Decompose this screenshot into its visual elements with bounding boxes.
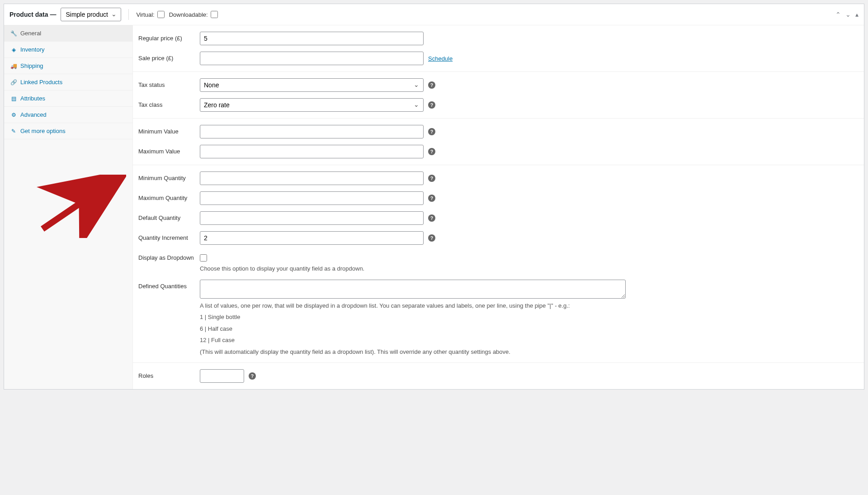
sidebar-item-label: Attributes xyxy=(20,95,45,102)
sidebar-item-label: Get more options xyxy=(20,128,66,134)
defined-qty-ex-1: 1 | Single bottle xyxy=(200,313,626,322)
truck-icon: 🚚 xyxy=(10,63,17,69)
content-area: Regular price (£) Sale price (£) Schedul… xyxy=(133,25,864,389)
min-value-label: Minimum Value xyxy=(138,125,200,135)
sidebar: 🔧 General ◈ Inventory 🚚 Shipping 🔗 Linke… xyxy=(4,25,133,389)
defined-qty-ex-3: 12 | Full case xyxy=(200,336,626,345)
roles-input[interactable] xyxy=(200,369,244,383)
help-icon[interactable]: ? xyxy=(428,234,435,242)
default-qty-input[interactable] xyxy=(200,211,424,225)
defined-qty-desc-1: A list of values, one per row, that will… xyxy=(200,301,626,310)
display-dropdown-desc: Choose this option to display your quant… xyxy=(200,264,364,273)
sale-price-label: Sale price (£) xyxy=(138,52,200,62)
defined-qty-ex-2: 6 | Half case xyxy=(200,324,626,333)
value-section: Minimum Value ? Maximum Value ? xyxy=(133,119,864,165)
downloadable-checkbox[interactable] xyxy=(211,11,218,18)
virtual-checkbox[interactable] xyxy=(157,11,165,18)
display-dropdown-checkbox[interactable] xyxy=(200,254,207,262)
sidebar-item-shipping[interactable]: 🚚 Shipping xyxy=(4,58,132,74)
roles-label: Roles xyxy=(138,369,200,379)
gear-icon: ⚙ xyxy=(10,112,17,118)
sidebar-item-label: Shipping xyxy=(20,62,43,69)
max-qty-label: Maximum Quantity xyxy=(138,191,200,201)
sale-price-input[interactable] xyxy=(200,52,424,65)
svg-line-0 xyxy=(42,183,110,229)
divider xyxy=(128,9,129,20)
default-qty-label: Default Quantity xyxy=(138,211,200,221)
quantity-section: Minimum Quantity ? Maximum Quantity ? De… xyxy=(133,165,864,363)
sidebar-item-advanced[interactable]: ⚙ Advanced xyxy=(4,107,132,123)
sidebar-item-label: Advanced xyxy=(20,111,47,118)
defined-qty-label: Defined Quantities xyxy=(138,280,200,290)
downloadable-label: Downloadable: xyxy=(169,11,208,18)
downloadable-checkbox-group[interactable]: Downloadable: xyxy=(169,11,218,18)
tax-class-label: Tax class xyxy=(138,98,200,108)
min-qty-label: Minimum Quantity xyxy=(138,171,200,181)
sidebar-item-attributes[interactable]: ▤ Attributes xyxy=(4,90,132,107)
arrow-annotation-icon xyxy=(36,175,126,238)
panel-header-actions: ⌃ ⌄ ▴ xyxy=(835,11,859,18)
chevron-up-icon[interactable]: ⌃ xyxy=(835,11,841,18)
min-value-input[interactable] xyxy=(200,125,424,138)
sidebar-item-inventory[interactable]: ◈ Inventory xyxy=(4,42,132,58)
triangle-up-icon[interactable]: ▴ xyxy=(855,11,859,18)
sidebar-item-linked-products[interactable]: 🔗 Linked Products xyxy=(4,74,132,90)
help-icon[interactable]: ? xyxy=(428,101,435,109)
max-value-label: Maximum Value xyxy=(138,145,200,155)
schedule-link[interactable]: Schedule xyxy=(428,55,453,62)
regular-price-label: Regular price (£) xyxy=(138,32,200,42)
product-type-select[interactable]: Simple product xyxy=(61,8,121,21)
qty-increment-input[interactable] xyxy=(200,231,424,245)
panel-body: 🔧 General ◈ Inventory 🚚 Shipping 🔗 Linke… xyxy=(4,25,864,389)
tax-class-select[interactable]: Zero rate xyxy=(200,98,424,112)
sidebar-item-label: General xyxy=(20,30,41,37)
sidebar-item-label: Linked Products xyxy=(20,79,62,86)
virtual-checkbox-group[interactable]: Virtual: xyxy=(136,11,164,18)
help-icon[interactable]: ? xyxy=(428,128,435,135)
max-qty-input[interactable] xyxy=(200,191,424,205)
wrench-icon: 🔧 xyxy=(10,30,17,37)
sidebar-item-general[interactable]: 🔧 General xyxy=(4,25,132,42)
sidebar-item-get-more[interactable]: ✎ Get more options xyxy=(4,123,132,139)
pencil-icon: ✎ xyxy=(10,128,17,134)
attributes-icon: ▤ xyxy=(10,95,17,102)
qty-increment-label: Quantity Increment xyxy=(138,231,200,241)
panel-title: Product data — xyxy=(9,11,56,18)
roles-section: Roles ? xyxy=(133,363,864,389)
chevron-down-icon[interactable]: ⌄ xyxy=(845,11,851,18)
sidebar-item-label: Inventory xyxy=(20,46,44,53)
help-icon[interactable]: ? xyxy=(428,195,435,202)
display-dropdown-label: Display as Dropdown xyxy=(138,251,200,261)
regular-price-input[interactable] xyxy=(200,32,424,45)
link-icon: 🔗 xyxy=(10,79,17,86)
defined-qty-desc-2: (This will automatically display the qua… xyxy=(200,347,626,357)
tax-status-label: Tax status xyxy=(138,78,200,88)
product-data-panel: Product data — Simple product Virtual: D… xyxy=(4,4,864,390)
help-icon[interactable]: ? xyxy=(249,372,256,380)
max-value-input[interactable] xyxy=(200,145,424,158)
tax-status-select[interactable]: None xyxy=(200,78,424,92)
virtual-label: Virtual: xyxy=(136,11,154,18)
help-icon[interactable]: ? xyxy=(428,148,435,155)
defined-qty-textarea[interactable] xyxy=(200,280,626,299)
min-qty-input[interactable] xyxy=(200,171,424,185)
tax-section: Tax status None ? Tax class xyxy=(133,72,864,119)
help-icon[interactable]: ? xyxy=(428,81,435,89)
price-section: Regular price (£) Sale price (£) Schedul… xyxy=(133,25,864,72)
help-icon[interactable]: ? xyxy=(428,214,435,222)
inventory-icon: ◈ xyxy=(10,47,17,53)
panel-header: Product data — Simple product Virtual: D… xyxy=(4,4,864,25)
help-icon[interactable]: ? xyxy=(428,175,435,182)
